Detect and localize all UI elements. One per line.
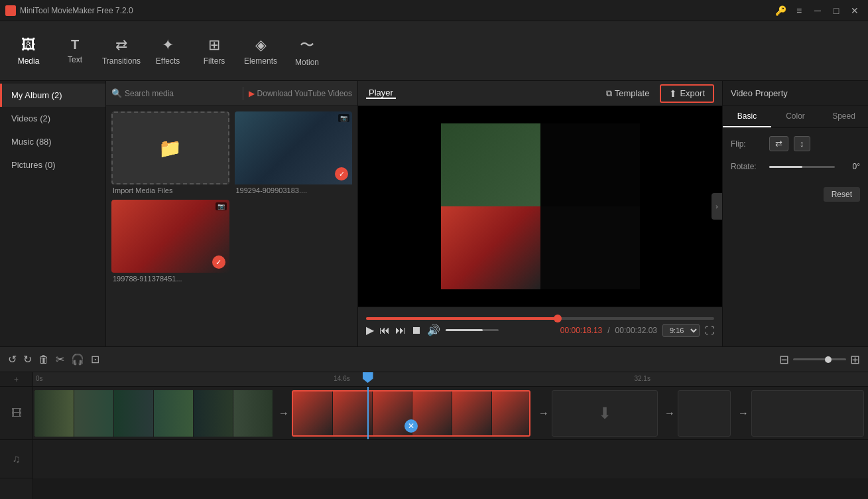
prev-btn[interactable]: ⏮ [379, 324, 390, 336]
effects-icon: ✦ [162, 36, 174, 54]
add-clip-placeholder-1[interactable]: ⬇ [552, 390, 658, 437]
filters-icon: ⊞ [208, 36, 220, 54]
media-item-vid1[interactable]: 📷 ✓ 199294-909903183.... [235, 111, 353, 194]
youtube-download-btn[interactable]: ▶ Download YouTube Videos [249, 89, 352, 98]
stop-btn[interactable]: ⏹ [411, 324, 422, 336]
app-title: MiniTool MovieMaker Free 7.2.0 [20, 6, 773, 15]
playhead-line [367, 387, 369, 439]
timeline-track-icons: + 🎞 ♫ [0, 372, 33, 499]
redo-btn[interactable]: ↻ [23, 353, 32, 366]
fullscreen-btn[interactable]: ⛶ [705, 325, 714, 336]
aspect-ratio-select[interactable]: 9:16 16:9 1:1 4:3 [662, 324, 700, 337]
next-btn[interactable]: ⏭ [395, 324, 406, 336]
toolbar-divider [243, 87, 243, 100]
ruler-mark-1: 14.6s [334, 375, 349, 382]
media-item-vid2[interactable]: 📷 ✓ 199788-911378451... [111, 200, 229, 283]
menu-btn[interactable]: ≡ [791, 4, 807, 17]
minimize-btn[interactable]: ─ [810, 4, 826, 17]
zoom-out-btn[interactable]: ⊟ [779, 352, 789, 367]
tab-speed[interactable]: Speed [820, 106, 868, 127]
progress-thumb[interactable] [554, 315, 562, 322]
transition-arrow-4: → [738, 407, 749, 419]
props-tabs: Basic Color Speed [723, 106, 868, 128]
clip-delete-btn[interactable]: ✕ [404, 419, 418, 433]
ruler-mark-0: 0s [36, 375, 43, 382]
clip-frame-2d [412, 392, 452, 437]
undo-btn[interactable]: ↺ [8, 353, 17, 366]
youtube-icon: ▶ [249, 89, 255, 98]
video-display [441, 123, 640, 289]
settings-btn[interactable]: 🔑 [773, 4, 788, 17]
zoom-controls: ⊟ ⊞ [779, 352, 860, 367]
zoom-slider[interactable] [793, 358, 846, 360]
flip-vertical-btn[interactable]: ↕ [794, 136, 810, 151]
timeline-toolbar: ↺ ↻ 🗑 ✂ 🎧 ⊡ ⊟ ⊞ [0, 347, 868, 372]
audio-btn[interactable]: 🎧 [71, 353, 84, 366]
track-clip-2[interactable]: ✕ [292, 390, 530, 437]
toolbar-media[interactable]: 🖼 Media [5, 25, 52, 78]
volume-fill [446, 329, 483, 331]
media-toolbar: 🔍 Search media ▶ Download YouTube Videos [106, 81, 357, 106]
sidebar: My Album (2) Videos (2) Music (88) Pictu… [0, 81, 106, 346]
close-btn[interactable]: ✕ [847, 4, 863, 17]
toolbar-transitions[interactable]: ⇄ Transitions [98, 25, 145, 78]
reset-btn[interactable]: Reset [824, 187, 860, 202]
delete-btn[interactable]: 🗑 [38, 354, 49, 366]
ruler-spacer: + [0, 372, 32, 387]
props-content: Flip: ⇄ ↕ Rotate: 0° Reset [723, 128, 868, 210]
crop-btn[interactable]: ⊡ [91, 353, 99, 366]
restore-btn[interactable]: □ [828, 4, 844, 17]
tab-player[interactable]: Player [366, 88, 396, 99]
volume-icon[interactable]: 🔊 [427, 324, 440, 336]
toolbar-elements[interactable]: ◈ Elements [237, 25, 284, 78]
playhead[interactable] [367, 372, 369, 386]
search-icon: 🔍 [111, 88, 122, 98]
add-media-btn[interactable]: + [0, 372, 32, 386]
toolbar-effects-label: Effects [156, 56, 180, 66]
export-btn[interactable]: ⬆ Export [660, 84, 714, 103]
window-controls: 🔑 ≡ ─ □ ✕ [773, 4, 863, 17]
transitions-icon: ⇄ [115, 36, 127, 54]
transition-arrow-1: → [279, 407, 289, 419]
download-icon: ⬇ [598, 404, 611, 423]
progress-bar[interactable] [366, 317, 714, 320]
sidebar-item-pictures[interactable]: Pictures (0) [0, 153, 105, 177]
audio-track-icon[interactable]: ♫ [0, 440, 32, 478]
sidebar-item-my-album[interactable]: My Album (2) [0, 84, 105, 107]
sidebar-item-videos[interactable]: Videos (2) [0, 107, 105, 130]
flip-horizontal-btn[interactable]: ⇄ [769, 136, 788, 151]
check-badge-1: ✓ [335, 167, 348, 180]
clip-frame-2a [293, 392, 333, 437]
collapse-panel-btn[interactable]: › [712, 193, 722, 220]
track-clip-1[interactable] [34, 390, 273, 437]
sidebar-item-music[interactable]: Music (88) [0, 130, 105, 153]
add-clip-placeholder-3[interactable] [751, 390, 864, 437]
timeline-area: ↺ ↻ 🗑 ✂ 🎧 ⊡ ⊟ ⊞ + 🎞 ♫ 0s 14.6s 3 [0, 346, 868, 499]
toolbar-text[interactable]: T Text [52, 25, 98, 78]
youtube-label: Download YouTube Videos [257, 89, 352, 98]
video-track-icon[interactable]: 🎞 [0, 387, 32, 440]
video-cam-icon1: 📷 [338, 114, 349, 122]
template-btn[interactable]: ⧉ Template [606, 88, 650, 99]
add-clip-placeholder-2[interactable] [678, 390, 731, 437]
timeline-content: + 🎞 ♫ 0s 14.6s 32.1s [0, 372, 868, 499]
check-badge-2: ✓ [212, 255, 225, 269]
volume-slider[interactable] [446, 329, 499, 331]
import-media-item[interactable]: 📁 Import Media Files [111, 111, 229, 194]
clip-frame-1a [34, 390, 74, 437]
rotate-value: 0° [840, 162, 860, 171]
search-media-btn[interactable]: 🔍 Search media [111, 88, 237, 98]
controls-row: ▶ ⏮ ⏭ ⏹ 🔊 00:00:18.13 / 00:00:32.03 9:16… [366, 324, 714, 337]
cut-btn[interactable]: ✂ [56, 353, 64, 366]
clip-frame-1c [114, 390, 154, 437]
player-controls: ▶ ⏮ ⏭ ⏹ 🔊 00:00:18.13 / 00:00:32.03 9:16… [358, 307, 722, 346]
tab-basic[interactable]: Basic [723, 106, 771, 127]
rotate-slider[interactable] [769, 166, 835, 168]
media-label-vid1: 199294-909903183.... [235, 186, 353, 194]
tab-color[interactable]: Color [771, 106, 820, 127]
play-btn[interactable]: ▶ [366, 324, 374, 336]
toolbar-filters[interactable]: ⊞ Filters [191, 25, 237, 78]
toolbar-motion[interactable]: 〜 Motion [284, 25, 330, 78]
zoom-in-btn[interactable]: ⊞ [850, 352, 860, 367]
toolbar-effects[interactable]: ✦ Effects [145, 25, 191, 78]
